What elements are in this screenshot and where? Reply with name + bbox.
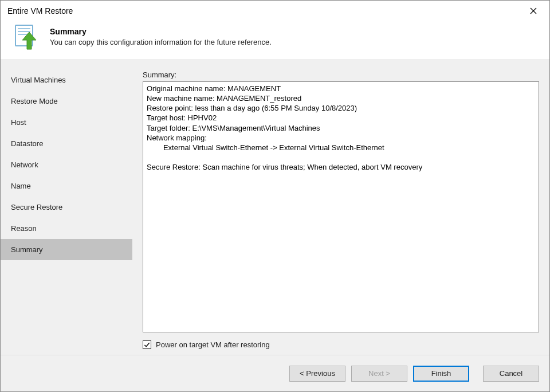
restore-icon xyxy=(12,23,40,50)
sidebar-item-virtual-machines[interactable]: Virtual Machines xyxy=(1,69,132,91)
previous-button[interactable]: < Previous xyxy=(289,366,345,382)
page-subheading: You can copy this configuration informat… xyxy=(50,38,272,46)
summary-label: Summary: xyxy=(143,70,539,79)
power-on-checkbox[interactable] xyxy=(143,340,151,349)
check-icon xyxy=(144,342,150,348)
sidebar-item-network[interactable]: Network xyxy=(1,154,132,175)
sidebar-item-reason[interactable]: Reason xyxy=(1,218,132,239)
cancel-button[interactable]: Cancel xyxy=(483,366,539,382)
power-on-checkbox-label: Power on target VM after restoring xyxy=(156,340,270,349)
next-button: Next > xyxy=(351,366,407,382)
sidebar-item-secure-restore[interactable]: Secure Restore xyxy=(1,197,132,218)
wizard-window: Entire VM Restore Summary You can copy t… xyxy=(0,0,550,392)
footer: < Previous Next > Finish Cancel xyxy=(1,355,549,391)
body: Virtual Machines Restore Mode Host Datas… xyxy=(1,60,549,355)
close-icon xyxy=(530,7,537,14)
header: Summary You can copy this configuration … xyxy=(1,20,549,60)
sidebar-item-name[interactable]: Name xyxy=(1,175,132,197)
sidebar-item-summary[interactable]: Summary xyxy=(1,239,132,260)
close-button[interactable] xyxy=(524,4,543,18)
sidebar-item-datastore[interactable]: Datastore xyxy=(1,133,132,154)
main-panel: Summary: Original machine name: MANAGEME… xyxy=(132,60,549,355)
page-heading: Summary xyxy=(50,27,272,36)
sidebar-nav: Virtual Machines Restore Mode Host Datas… xyxy=(1,60,132,355)
header-text: Summary You can copy this configuration … xyxy=(50,27,272,46)
sidebar-item-host[interactable]: Host xyxy=(1,112,132,133)
power-on-checkbox-row: Power on target VM after restoring xyxy=(143,340,539,349)
finish-button[interactable]: Finish xyxy=(413,366,469,382)
window-title: Entire VM Restore xyxy=(7,6,73,15)
titlebar: Entire VM Restore xyxy=(1,1,549,20)
sidebar-item-restore-mode[interactable]: Restore Mode xyxy=(1,91,132,112)
summary-text-box[interactable]: Original machine name: MANAGEMENT New ma… xyxy=(143,81,539,332)
